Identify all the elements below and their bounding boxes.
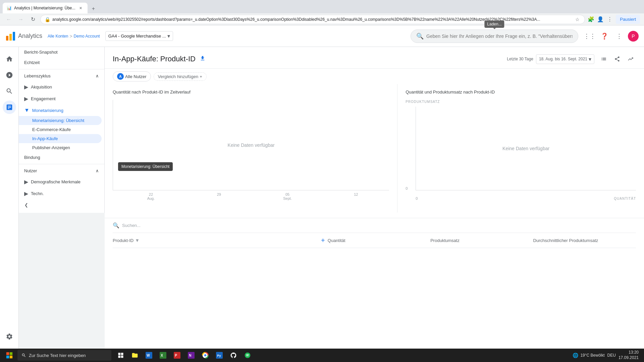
techn-item[interactable]: ▶ Techn. bbox=[19, 188, 104, 199]
tab-close-button[interactable]: ✕ bbox=[78, 5, 84, 11]
segment-bar: A Alle Nutzer Vergleich hinzufügen + bbox=[105, 69, 644, 84]
app-container: Analytics Alle Konten > Demo Account GA4… bbox=[0, 25, 644, 349]
date-range-picker[interactable]: 18. Aug. bis 16. Sept. 2021 ▾ bbox=[536, 54, 594, 64]
profile-icon[interactable]: 👤 bbox=[597, 16, 604, 23]
in-app-kaeufe-item[interactable]: In-App-Käufe bbox=[19, 134, 102, 143]
col-produkt-id-sort: ▼ bbox=[135, 238, 140, 243]
x-label-22-aug: 22 Aug. bbox=[147, 192, 155, 200]
table-search-input[interactable] bbox=[122, 223, 189, 228]
breadcrumb-account[interactable]: Demo Account bbox=[74, 34, 100, 39]
search-sidebar-icon[interactable] bbox=[3, 84, 16, 98]
demografische-merkmale-item[interactable]: ▶ Demografische Merkmale bbox=[19, 176, 104, 188]
settings-sidebar-icon[interactable] bbox=[3, 330, 16, 343]
all-users-segment[interactable]: A Alle Nutzer bbox=[113, 71, 151, 81]
e-commerce-kaeufe-label: E-Commerce-Käufe bbox=[32, 127, 71, 132]
echtzeit-item[interactable]: Echtzeit bbox=[19, 57, 104, 68]
taskbar-explorer-icon[interactable] bbox=[128, 349, 142, 362]
taskbar-python-icon[interactable]: Py bbox=[213, 349, 226, 362]
reports-icon[interactable] bbox=[3, 101, 16, 114]
trending-icon[interactable] bbox=[625, 54, 636, 64]
share-icon[interactable] bbox=[612, 54, 623, 64]
akquisition-label: Akquisition bbox=[31, 84, 52, 89]
monetarisierung-expand-icon: ▼ bbox=[24, 107, 30, 113]
monetarisierung-uebersicht-item[interactable]: Monetarisierung: Übersicht bbox=[19, 116, 102, 125]
taskbar-word-icon[interactable]: W bbox=[142, 349, 156, 362]
address-bar: ← → ↻ 🔒 analytics.google.com/analytics/w… bbox=[0, 13, 644, 25]
chart-type-icon[interactable] bbox=[598, 54, 609, 64]
taskbar-github-icon[interactable] bbox=[227, 349, 240, 362]
add-comparison-button[interactable]: Vergleich hinzufügen + bbox=[154, 72, 207, 81]
engagement-item[interactable]: ▶ Engagement bbox=[19, 93, 104, 105]
tab-favicon: 📊 bbox=[7, 6, 11, 10]
new-tab-button[interactable]: + bbox=[89, 4, 98, 13]
main-area: Bericht-Snapshot Echtzeit Lebenszyklus ∧… bbox=[0, 47, 644, 349]
help-icon[interactable]: ❓ bbox=[598, 30, 610, 42]
col-produktumsatz[interactable]: Produktumsatz bbox=[430, 238, 533, 243]
publisher-anzeigen-item[interactable]: Publisher-Anzeigen bbox=[19, 143, 104, 152]
user-avatar[interactable]: P bbox=[628, 31, 639, 42]
bindung-item[interactable]: Bindung bbox=[19, 152, 104, 163]
svg-rect-5 bbox=[6, 356, 9, 358]
grid-icon[interactable]: ⋮⋮ bbox=[584, 30, 596, 42]
ga-logo[interactable]: Analytics bbox=[5, 31, 42, 41]
search-input[interactable] bbox=[426, 34, 573, 39]
export-icon[interactable] bbox=[200, 55, 206, 63]
taskbar-multitasking-icon[interactable] bbox=[114, 349, 127, 362]
taskbar-spotify-icon[interactable] bbox=[241, 349, 254, 362]
nutzer-section-header[interactable]: Nutzer ∧ bbox=[19, 166, 104, 176]
date-range-value: 18. Aug. bis 16. Sept. 2021 bbox=[539, 57, 587, 61]
back-button[interactable]: ← bbox=[4, 15, 13, 24]
table-search-row: 🔍 bbox=[113, 218, 636, 233]
taskbar-pinned-icons: W X P N Py bbox=[114, 349, 254, 362]
lebenszyklus-section-header[interactable]: Lebenszyklus ∧ bbox=[19, 71, 104, 81]
bericht-snapshot-item[interactable]: Bericht-Snapshot bbox=[19, 47, 104, 57]
add-column-button[interactable]: + bbox=[318, 236, 328, 245]
collapse-sidebar-button[interactable]: ❮ bbox=[21, 199, 32, 210]
forward-button[interactable]: → bbox=[16, 15, 25, 24]
refresh-button[interactable]: ↻ bbox=[28, 15, 38, 24]
col-produkt-id[interactable]: Produkt-ID ▼ bbox=[113, 238, 318, 243]
add-comparison-icon: + bbox=[200, 74, 202, 79]
property-selector[interactable]: GA4 - Google Merchandise ... ▾ bbox=[105, 31, 173, 41]
content-area: In-App-Käufe: Produkt-ID Letzte 30 Tage … bbox=[105, 47, 644, 349]
realtime-icon[interactable] bbox=[3, 68, 16, 82]
home-icon[interactable] bbox=[3, 52, 16, 66]
e-commerce-kaeufe-item[interactable]: E-Commerce-Käufe bbox=[19, 125, 104, 134]
monetarisierung-header[interactable]: ▼ Monetarisierung bbox=[19, 105, 104, 116]
more-options-icon[interactable]: ⋮ bbox=[613, 30, 625, 42]
akquisition-item[interactable]: ▶ Akquisition bbox=[19, 81, 104, 93]
col-quantitaet-label: Quantität bbox=[328, 238, 345, 243]
pause-button[interactable]: Pausiert bbox=[616, 15, 640, 24]
start-button[interactable] bbox=[3, 349, 16, 362]
add-comparison-label: Vergleich hinzufügen bbox=[158, 74, 199, 79]
page-header-icons bbox=[598, 54, 636, 64]
date-range-info: Letzte 30 Tage 18. Aug. bis 16. Sept. 20… bbox=[507, 54, 594, 64]
breadcrumb-all-accounts[interactable]: Alle Konten bbox=[48, 34, 68, 39]
active-tab[interactable]: 📊 Analytics | Monetarisierung: Übe... ✕ bbox=[3, 3, 88, 13]
settings-icon[interactable]: ⋮ bbox=[606, 16, 613, 23]
col-quantitaet[interactable]: Quantität bbox=[328, 238, 430, 243]
tab-bar: 📊 Analytics | Monetarisierung: Übe... ✕ … bbox=[3, 0, 98, 13]
keyboard-layout: DEU bbox=[607, 353, 616, 358]
taskbar-clock[interactable]: 13:20 17.09.2021 bbox=[619, 350, 639, 360]
right-chart-title: Quantität und Produktumsatz nach Produkt… bbox=[406, 89, 636, 95]
left-chart-title: Quantität nach Produkt-ID im Zeitverlauf bbox=[113, 89, 389, 95]
taskbar-search[interactable]: Zur Suche Text hier eingeben bbox=[17, 350, 111, 361]
network-icon[interactable]: 🌐 bbox=[573, 353, 578, 358]
address-bar-icons: ☆ bbox=[574, 16, 581, 23]
taskbar-chrome-icon[interactable] bbox=[199, 349, 212, 362]
taskbar-powerpoint-icon[interactable]: P bbox=[170, 349, 184, 362]
extensions-icon[interactable]: 🧩 bbox=[588, 16, 594, 23]
global-search-bar[interactable]: 🔍 Laden... bbox=[411, 29, 578, 43]
star-icon[interactable]: ☆ bbox=[574, 16, 581, 23]
svg-rect-0 bbox=[6, 36, 8, 41]
taskbar-excel-icon[interactable]: X bbox=[156, 349, 170, 362]
icon-sidebar bbox=[0, 47, 19, 349]
col-durchschnittlicher[interactable]: Durchschnittlicher Produktumsatz bbox=[533, 238, 636, 243]
x-label-05-sept: 05 Sept. bbox=[283, 192, 292, 200]
monetarisierung-tooltip-popup: Monetarisierung: Übersicht bbox=[118, 162, 173, 171]
property-name: GA4 - Google Merchandise ... bbox=[108, 34, 166, 39]
taskbar-onenote-icon[interactable]: N bbox=[184, 349, 198, 362]
property-dropdown-icon: ▾ bbox=[167, 33, 170, 39]
demografische-merkmale-label: Demografische Merkmale bbox=[31, 179, 80, 184]
